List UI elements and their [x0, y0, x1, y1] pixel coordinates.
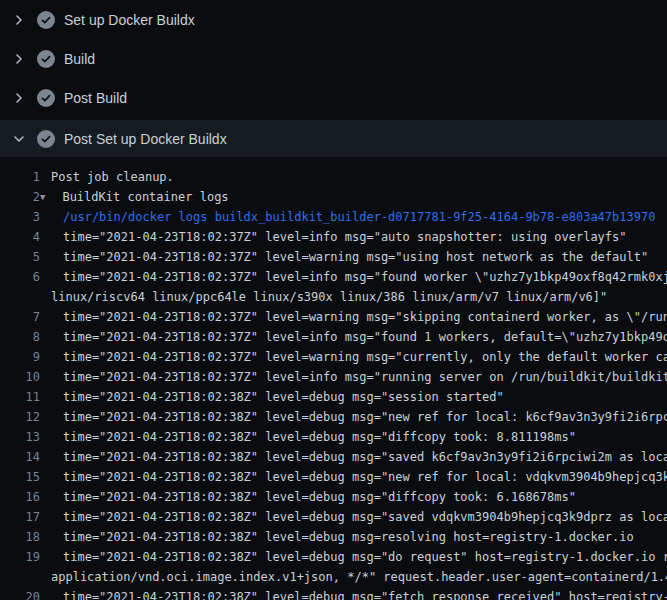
log-row: 16 time="2021-04-23T18:02:38Z" level=deb…: [0, 487, 667, 507]
log-group-label[interactable]: BuildKit container logs: [62, 187, 228, 207]
check-circle-icon: [37, 50, 55, 68]
log-row: 11 time="2021-04-23T18:02:38Z" level=deb…: [0, 387, 667, 407]
log-row: 1 Post job cleanup.: [0, 167, 667, 187]
log-row: 6 time="2021-04-23T18:02:37Z" level=info…: [0, 267, 667, 287]
log-line-text: time="2021-04-23T18:02:38Z" level=debug …: [63, 467, 667, 487]
line-number[interactable]: 5: [0, 247, 40, 267]
log-line-text: linux/riscv64 linux/ppc64le linux/s390x …: [51, 287, 607, 307]
check-circle-icon: [37, 130, 55, 148]
log-line-text: time="2021-04-23T18:02:37Z" level=warnin…: [63, 307, 667, 327]
log-line-text: time="2021-04-23T18:02:38Z" level=debug …: [63, 387, 504, 407]
step-header-build[interactable]: Build: [0, 39, 667, 78]
log-row: 10 time="2021-04-23T18:02:37Z" level=inf…: [0, 367, 667, 387]
log-line-text: application/vnd.oci.image.index.v1+json,…: [51, 567, 667, 587]
log-row: application/vnd.oci.image.index.v1+json,…: [0, 567, 667, 587]
log-row: 5 time="2021-04-23T18:02:37Z" level=warn…: [0, 247, 667, 267]
log-line-text: time="2021-04-23T18:02:38Z" level=debug …: [63, 447, 667, 467]
line-number[interactable]: 3: [0, 207, 40, 227]
log-line-text: Post job cleanup.: [51, 167, 174, 187]
log-row: 9 time="2021-04-23T18:02:37Z" level=warn…: [0, 347, 667, 367]
line-number[interactable]: 16: [0, 487, 40, 507]
steps-list: Set up Docker Buildx Build Post Build Po…: [0, 0, 667, 157]
line-number[interactable]: 19: [0, 547, 40, 567]
line-number[interactable]: 9: [0, 347, 40, 367]
line-number[interactable]: 14: [0, 447, 40, 467]
log-line-text: time="2021-04-23T18:02:38Z" level=debug …: [63, 407, 667, 427]
log-line-text: time="2021-04-23T18:02:37Z" level=warnin…: [63, 247, 648, 267]
log-row: 14 time="2021-04-23T18:02:38Z" level=deb…: [0, 447, 667, 467]
line-number[interactable]: 17: [0, 507, 40, 527]
line-number[interactable]: 11: [0, 387, 40, 407]
log-row: 7 time="2021-04-23T18:02:37Z" level=warn…: [0, 307, 667, 327]
log-line-text: time="2021-04-23T18:02:37Z" level=info m…: [63, 227, 627, 247]
log-row: 2 ▼BuildKit container logs: [0, 187, 667, 207]
check-circle-icon: [37, 11, 55, 29]
step-label: Post Set up Docker Buildx: [64, 131, 227, 147]
step-header-setup-docker-buildx[interactable]: Set up Docker Buildx: [0, 0, 667, 39]
line-number[interactable]: 15: [0, 467, 40, 487]
line-number[interactable]: 7: [0, 307, 40, 327]
log-line-text: time="2021-04-23T18:02:38Z" level=debug …: [63, 547, 667, 567]
line-number[interactable]: 13: [0, 427, 40, 447]
step-header-post-setup-docker-buildx[interactable]: Post Set up Docker Buildx: [0, 120, 667, 157]
check-circle-icon: [37, 89, 55, 107]
log-row: 19 time="2021-04-23T18:02:38Z" level=deb…: [0, 547, 667, 567]
log-line-text: time="2021-04-23T18:02:38Z" level=debug …: [63, 587, 667, 600]
log-output: 1 Post job cleanup. 2 ▼BuildKit containe…: [0, 157, 667, 600]
line-number[interactable]: 6: [0, 267, 40, 287]
line-number[interactable]: 12: [0, 407, 40, 427]
line-number[interactable]: 8: [0, 327, 40, 347]
log-line-text: time="2021-04-23T18:02:38Z" level=debug …: [63, 427, 576, 447]
log-group-toggle-icon[interactable]: ▼: [40, 187, 45, 207]
line-number[interactable]: 2: [0, 187, 40, 207]
chevron-right-icon[interactable]: [11, 51, 27, 67]
log-row: 13 time="2021-04-23T18:02:38Z" level=deb…: [0, 427, 667, 447]
log-row: 15 time="2021-04-23T18:02:38Z" level=deb…: [0, 467, 667, 487]
log-command-text: /usr/bin/docker logs buildx_buildkit_bui…: [63, 207, 655, 227]
log-row: 17 time="2021-04-23T18:02:38Z" level=deb…: [0, 507, 667, 527]
step-label: Post Build: [64, 90, 127, 106]
line-number[interactable]: [0, 287, 40, 307]
log-row: 3 /usr/bin/docker logs buildx_buildkit_b…: [0, 207, 667, 227]
step-label: Build: [64, 51, 95, 67]
log-row: 8 time="2021-04-23T18:02:37Z" level=info…: [0, 327, 667, 347]
log-line-text: time="2021-04-23T18:02:38Z" level=debug …: [63, 527, 634, 547]
chevron-right-icon[interactable]: [11, 90, 27, 106]
log-line-text: time="2021-04-23T18:02:37Z" level=info m…: [63, 327, 667, 347]
line-number[interactable]: 10: [0, 367, 40, 387]
chevron-right-icon[interactable]: [11, 12, 27, 28]
line-number[interactable]: [0, 567, 40, 587]
line-number[interactable]: 4: [0, 227, 40, 247]
log-line-text: time="2021-04-23T18:02:37Z" level=info m…: [63, 267, 667, 287]
log-line-text: time="2021-04-23T18:02:38Z" level=debug …: [63, 487, 576, 507]
log-row: 4 time="2021-04-23T18:02:37Z" level=info…: [0, 227, 667, 247]
log-row: 18 time="2021-04-23T18:02:38Z" level=deb…: [0, 527, 667, 547]
log-line-text: time="2021-04-23T18:02:37Z" level=warnin…: [63, 347, 667, 367]
line-number[interactable]: 1: [0, 167, 40, 187]
line-number[interactable]: 18: [0, 527, 40, 547]
log-line-text: time="2021-04-23T18:02:37Z" level=info m…: [63, 367, 667, 387]
log-row: 12 time="2021-04-23T18:02:38Z" level=deb…: [0, 407, 667, 427]
step-label: Set up Docker Buildx: [64, 12, 195, 28]
line-number[interactable]: 20: [0, 587, 40, 600]
step-header-post-build[interactable]: Post Build: [0, 78, 667, 117]
log-row: 20 time="2021-04-23T18:02:38Z" level=deb…: [0, 587, 667, 600]
log-row: linux/riscv64 linux/ppc64le linux/s390x …: [0, 287, 667, 307]
log-line-text: time="2021-04-23T18:02:38Z" level=debug …: [63, 507, 667, 527]
chevron-down-icon[interactable]: [11, 131, 27, 147]
